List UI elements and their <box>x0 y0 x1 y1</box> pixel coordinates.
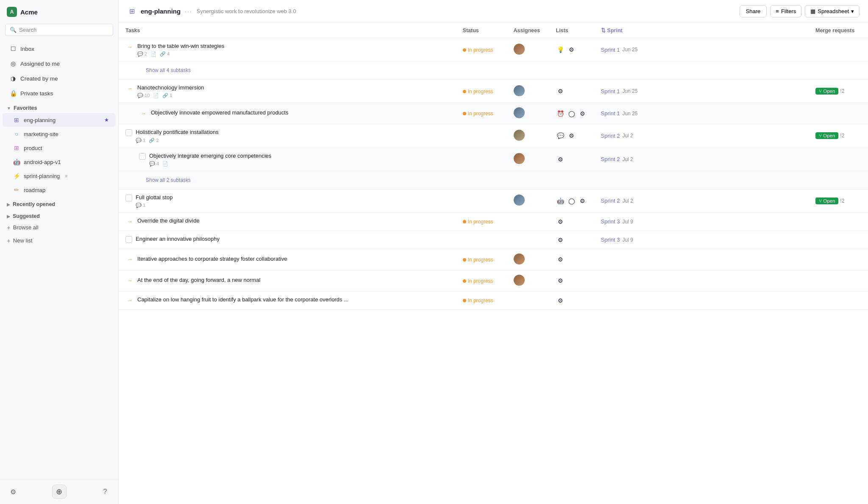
merge-badge[interactable]: ⑂ Open <box>815 88 838 95</box>
sprint-icon: ⚡ <box>13 172 20 180</box>
col-assignees: Assignees <box>507 23 549 38</box>
status-cell: In progress <box>456 103 507 124</box>
assignee-cell <box>507 231 549 249</box>
new-list-label: New list <box>13 237 33 244</box>
sidebar-bottom: ⚙ ⊕ ? <box>0 479 118 504</box>
task-status-arrow: → <box>125 42 134 51</box>
sprint-link[interactable]: Sprint 3 <box>601 218 620 225</box>
sprint-date: Jun 25 <box>622 111 637 117</box>
favorites-section[interactable]: ▼ Favorites <box>0 101 118 113</box>
task-title[interactable]: Engineer an innovative philosophy <box>136 235 220 243</box>
sprint-link[interactable]: Sprint 2 <box>601 198 620 204</box>
assignee-cell <box>507 80 549 103</box>
avatar <box>514 85 525 96</box>
sprint-link[interactable]: Sprint 2 <box>601 133 620 139</box>
table-row: → Override the digital divide In progres… <box>119 212 868 231</box>
share-button[interactable]: Share <box>740 5 767 17</box>
task-title[interactable]: Full glottal stop <box>136 194 172 201</box>
sidebar-item-label: Assigned to me <box>20 61 60 67</box>
status-cell <box>456 189 507 212</box>
lists-cell: ⚙ <box>549 291 594 309</box>
merge-badge[interactable]: ⑂ Open <box>815 132 838 139</box>
table-row: → Iterative approaches to corporate stra… <box>119 249 868 270</box>
show-subtasks-button[interactable]: Show all 4 subtasks <box>125 66 861 75</box>
avatar <box>514 107 525 118</box>
sidebar-item-roadmap[interactable]: ✏ roadmap <box>3 183 116 197</box>
task-checkbox[interactable] <box>125 195 132 201</box>
lists-cell: ⚙ <box>549 249 594 270</box>
list-icon: ◯ <box>567 109 576 118</box>
sprint-link[interactable]: Sprint 1 <box>601 47 620 53</box>
new-list-item[interactable]: + New list <box>0 234 118 247</box>
task-title[interactable]: At the end of the day, going forward, a … <box>137 276 260 284</box>
sidebar-item-label: android-app-v1 <box>24 159 61 165</box>
suggested-label: Suggested <box>13 213 40 219</box>
show-subtasks-button[interactable]: Show all 2 subtasks <box>125 175 861 185</box>
task-status-arrow: → <box>125 276 134 285</box>
sprint-cell <box>594 270 809 291</box>
sidebar-item-marketing-site[interactable]: ○ marketing-site <box>3 127 116 141</box>
add-button[interactable]: ⊕ <box>52 485 67 499</box>
search-input[interactable]: 🔍 Search <box>5 24 113 36</box>
task-checkbox[interactable] <box>139 153 146 160</box>
spreadsheet-button[interactable]: ▦ Spreadsheet ▾ <box>805 5 860 17</box>
sprint-link[interactable]: Sprint 1 <box>601 88 620 95</box>
browse-all-label: Browse all <box>13 224 39 231</box>
merge-cell: ⑂ Open!2 <box>809 124 868 148</box>
list-icon: ⏰ <box>556 109 565 118</box>
sidebar-item-private[interactable]: 🔒 Private tasks <box>3 86 116 100</box>
browse-all-item[interactable]: + Browse all <box>0 221 118 234</box>
sidebar-item-eng-planning[interactable]: ⊞ eng-planning ★ <box>3 113 116 127</box>
task-checkbox[interactable] <box>125 129 132 136</box>
sprint-date: Jul 2 <box>622 198 633 204</box>
list-icon: ⚙ <box>556 276 565 285</box>
settings-icon[interactable]: ⚙ <box>7 485 19 498</box>
list-icon: 🤖 <box>556 196 565 206</box>
sidebar-item-assigned[interactable]: ◎ Assigned to me <box>3 56 116 71</box>
task-title[interactable]: Iterative approaches to corporate strate… <box>137 255 287 263</box>
more-options-button[interactable]: ··· <box>185 8 192 15</box>
list-icon: ⚙ <box>567 131 576 140</box>
task-title[interactable]: Nanotechnology immersion <box>137 84 204 92</box>
suggested-section[interactable]: ▶ Suggested <box>0 209 118 221</box>
table-row: → Objectively innovate empowered manufac… <box>119 103 868 124</box>
task-table-container: Tasks Status Assignees Lists ⇅ Sprint Me… <box>119 23 868 504</box>
sidebar-item-sprint-planning[interactable]: ⚡ sprint-planning ≡ <box>3 169 116 183</box>
sidebar-item-created[interactable]: ◑ Created by me <box>3 71 116 86</box>
spreadsheet-label: Spreadsheet <box>818 8 849 14</box>
sprint-link[interactable]: Sprint 3 <box>601 237 620 243</box>
sidebar-item-android[interactable]: 🤖 android-app-v1 <box>3 155 116 169</box>
task-title[interactable]: Holistically pontificate installations <box>136 128 219 136</box>
merge-cell <box>809 38 868 61</box>
lists-cell: ⚙ <box>549 148 594 171</box>
sidebar-item-inbox[interactable]: ☐ Inbox <box>3 42 116 56</box>
sprint-link[interactable]: Sprint 1 <box>601 110 620 117</box>
sprint-cell <box>594 249 809 270</box>
help-icon[interactable]: ? <box>99 485 111 498</box>
status-cell <box>456 231 507 249</box>
task-checkbox[interactable] <box>125 236 132 243</box>
assignee-cell <box>507 212 549 231</box>
sprint-link[interactable]: Sprint 2 <box>601 156 620 162</box>
col-status: Status <box>456 23 507 38</box>
status-badge: In progress <box>463 257 493 263</box>
merge-badge[interactable]: ⑂ Open <box>815 198 838 204</box>
grid2-icon: ⊞ <box>13 144 20 152</box>
task-title[interactable]: Bring to the table win-win strategies <box>137 42 224 50</box>
assignee-cell <box>507 270 549 291</box>
sidebar-item-product[interactable]: ⊞ product <box>3 141 116 155</box>
sprint-cell: Sprint 2Jul 2 <box>594 124 809 148</box>
task-title[interactable]: Objectively integrate emerging core comp… <box>149 152 271 160</box>
task-title[interactable]: Override the digital divide <box>137 217 200 225</box>
sprint-cell: Sprint 3Jul 9 <box>594 231 809 249</box>
task-title[interactable]: Capitalize on low hanging fruit to ident… <box>137 296 348 304</box>
sprint-indicator: ≡ <box>65 173 67 178</box>
task-title[interactable]: Objectively innovate empowered manufactu… <box>151 109 288 117</box>
filters-button[interactable]: ≡ Filters <box>770 5 801 17</box>
sprint-cell <box>594 291 809 309</box>
task-title-cell: → Iterative approaches to corporate stra… <box>119 249 456 270</box>
table-row: → Capitalize on low hanging fruit to ide… <box>119 291 868 309</box>
sidebar-item-label: Private tasks <box>20 90 53 97</box>
recently-opened-section[interactable]: ▶ Recently opened <box>0 197 118 209</box>
avatar <box>514 253 525 265</box>
